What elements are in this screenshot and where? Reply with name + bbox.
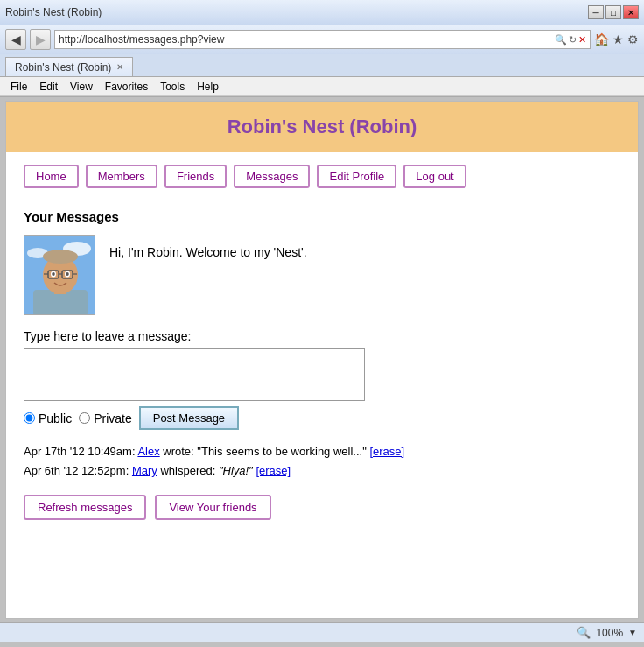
section-title: Your Messages [24, 209, 620, 224]
active-tab[interactable]: Robin's Nest (Robin) ✕ [5, 57, 133, 76]
radio-public-label: Public [38, 411, 72, 425]
profile-image [24, 235, 95, 315]
message-2-italic: "Hiya!" [219, 464, 253, 477]
radio-public-group: Public [24, 411, 72, 425]
favorites-icon[interactable]: ★ [612, 32, 624, 46]
message-2-text: whispered: [158, 464, 219, 477]
content-area: Your Messages [6, 200, 638, 538]
address-bar-icons: 🔍 ↻ ✕ [555, 34, 586, 46]
tab-close-icon[interactable]: ✕ [116, 62, 123, 72]
menu-file[interactable]: File [5, 80, 32, 94]
post-options: Public Private Post Message [24, 406, 620, 430]
menu-tools[interactable]: Tools [155, 80, 190, 94]
refresh-icon[interactable]: ↻ [569, 34, 577, 46]
nav-messages-button[interactable]: Messages [234, 165, 310, 188]
title-bar-title: Robin's Nest (Robin) [5, 6, 102, 18]
window-controls: ─ □ ✕ [588, 5, 639, 19]
bottom-buttons: Refresh messages View Your friends [24, 495, 620, 520]
message-1-text: wrote: "This seems to be working well...… [160, 445, 370, 458]
search-icon: 🔍 [555, 34, 567, 46]
stop-icon[interactable]: ✕ [578, 34, 586, 46]
back-button[interactable]: ◀ [5, 29, 26, 50]
minimize-button[interactable]: ─ [588, 5, 604, 19]
settings-icon[interactable]: ⚙ [627, 32, 639, 46]
message-input-label: Type here to leave a message: [24, 329, 620, 343]
menu-favorites[interactable]: Favorites [100, 80, 153, 94]
message-entry-1: Apr 17th '12 10:49am: Alex wrote: "This … [24, 442, 620, 461]
page-content: Robin's Nest (Robin) Home Members Friend… [5, 101, 639, 619]
view-friends-button[interactable]: View Your friends [155, 495, 270, 520]
maximize-button[interactable]: □ [606, 5, 621, 19]
message-1-timestamp: Apr 17th '12 10:49am: [24, 445, 137, 458]
svg-point-6 [43, 250, 78, 264]
zoom-icon: 🔍 [577, 626, 591, 639]
nav-home-button[interactable]: Home [24, 165, 79, 188]
message-1-erase[interactable]: [erase] [369, 445, 404, 458]
title-bar: Robin's Nest (Robin) ─ □ ✕ [0, 0, 644, 25]
messages-list: Apr 17th '12 10:49am: Alex wrote: "This … [24, 442, 620, 481]
nav-links: Home Members Friends Messages Edit Profi… [6, 152, 638, 200]
zoom-level: 100% [596, 627, 623, 639]
browser-chrome: Robin's Nest (Robin) ─ □ ✕ ◀ ▶ 🔍 ↻ ✕ 🏠 ★… [0, 0, 644, 97]
url-input[interactable] [59, 33, 551, 46]
message-entry-2: Apr 6th '12 12:52pm: Mary whispered: "Hi… [24, 461, 620, 481]
message-1-author[interactable]: Alex [137, 445, 159, 458]
close-button[interactable]: ✕ [623, 5, 639, 19]
nav-bar: ◀ ▶ 🔍 ↻ ✕ 🏠 ★ ⚙ [0, 25, 644, 54]
nav-members-button[interactable]: Members [86, 165, 158, 188]
message-textarea[interactable] [24, 348, 365, 401]
site-header: Robin's Nest (Robin) [6, 102, 638, 152]
message-2-author[interactable]: Mary [132, 464, 158, 477]
site-title: Robin's Nest (Robin) [228, 116, 417, 137]
radio-private[interactable] [79, 412, 90, 424]
menu-view[interactable]: View [65, 80, 98, 94]
menu-help[interactable]: Help [192, 80, 224, 94]
radio-public[interactable] [24, 412, 35, 424]
nav-friends-button[interactable]: Friends [164, 165, 227, 188]
menu-bar: File Edit View Favorites Tools Help [0, 77, 644, 96]
zoom-dropdown-icon[interactable]: ▼ [628, 628, 637, 637]
forward-button[interactable]: ▶ [30, 29, 51, 50]
nav-edit-profile-button[interactable]: Edit Profile [317, 165, 396, 188]
message-2-timestamp: Apr 6th '12 12:52pm: [24, 464, 132, 477]
home-icon[interactable]: 🏠 [594, 32, 609, 46]
message-2-erase[interactable]: [erase] [256, 464, 290, 477]
welcome-text: Hi, I'm Robin. Welcome to my 'Nest'. [109, 235, 307, 262]
post-message-button[interactable]: Post Message [139, 406, 239, 430]
tab-bar: Robin's Nest (Robin) ✕ [0, 54, 644, 77]
refresh-messages-button[interactable]: Refresh messages [24, 495, 146, 520]
nav-logout-button[interactable]: Log out [403, 165, 466, 188]
tab-label: Robin's Nest (Robin) [15, 61, 111, 74]
status-bar: 🔍 100% ▼ [0, 622, 644, 642]
radio-private-label: Private [94, 411, 132, 425]
radio-private-group: Private [79, 411, 132, 425]
svg-point-10 [66, 272, 69, 276]
address-bar: 🔍 ↻ ✕ [54, 30, 591, 49]
svg-point-9 [52, 272, 55, 276]
title-bar-left: Robin's Nest (Robin) [5, 6, 102, 18]
profile-area: Hi, I'm Robin. Welcome to my 'Nest'. [24, 235, 620, 315]
menu-edit[interactable]: Edit [34, 80, 63, 94]
